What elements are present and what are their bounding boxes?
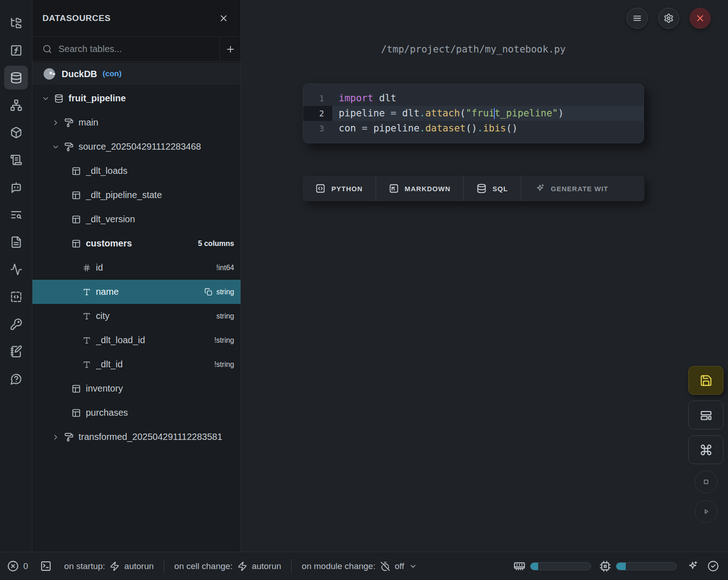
on-cell-change-setting[interactable]: on cell change: autorun xyxy=(174,561,281,571)
on-startup-value: autorun xyxy=(124,561,153,571)
code-line-1[interactable]: 1import dlt xyxy=(303,91,644,106)
error-count: 0 xyxy=(23,561,28,571)
activity-icon xyxy=(10,263,22,276)
check-circle-icon xyxy=(707,560,719,572)
ram-usage-bar xyxy=(530,562,591,570)
tree-row-customers[interactable]: customers5 columns xyxy=(32,231,241,256)
cell-type-label: SQL xyxy=(492,185,508,193)
bot-chat-icon xyxy=(10,181,22,193)
table-icon xyxy=(72,408,81,418)
paint-roller-icon xyxy=(64,142,73,152)
cell-type-button-markdown[interactable]: MARKDOWN xyxy=(376,176,463,201)
table-icon xyxy=(72,215,81,224)
command-palette-button[interactable] xyxy=(688,435,723,464)
layout-icon xyxy=(700,409,712,422)
cell-type-button-python[interactable]: PYTHON xyxy=(303,176,376,201)
close-button[interactable] xyxy=(690,8,711,29)
settings-button[interactable] xyxy=(658,8,679,29)
divider xyxy=(291,559,292,573)
zap-icon xyxy=(110,561,120,571)
tree-row-name[interactable]: namestring xyxy=(32,280,241,304)
rail-item-logs[interactable] xyxy=(4,203,28,226)
connection-row-duckdb[interactable]: DuckDB (con) xyxy=(32,63,241,85)
rail-item-documentation[interactable] xyxy=(4,230,28,254)
add-datasource-button[interactable] xyxy=(220,37,241,61)
tree-row-meta: !string xyxy=(209,361,234,369)
file-path: /tmp/project/path/my_notebook.py xyxy=(303,44,644,55)
rail-item-variables[interactable] xyxy=(4,38,28,62)
table-icon xyxy=(72,167,81,176)
scroll-text-icon xyxy=(10,154,22,166)
rail-item-files[interactable] xyxy=(4,11,28,35)
code-cell-editor[interactable]: 1import dlt2pipeline = dlt.attach("fruit… xyxy=(303,84,644,143)
database-icon xyxy=(477,183,487,193)
tree-label: source_202504291112283468 xyxy=(79,141,201,152)
cell-type-label: MARKDOWN xyxy=(405,185,450,193)
tree-row-_dlt_version[interactable]: _dlt_version xyxy=(32,207,241,231)
rail-item-dependencies[interactable] xyxy=(4,93,28,117)
column-type: 5 columns xyxy=(198,240,234,248)
tree-row-meta: string xyxy=(212,312,234,320)
tree-row-_dlt_load_id[interactable]: _dlt_load_id!string xyxy=(32,328,241,352)
ai-assist-button[interactable] xyxy=(687,560,698,572)
rail-item-help[interactable] xyxy=(4,367,28,391)
rail-item-snippets[interactable] xyxy=(4,285,28,308)
rail-item-secrets[interactable] xyxy=(4,312,28,336)
tree-row-city[interactable]: citystring xyxy=(32,304,241,328)
tree-label: fruit_pipeline xyxy=(68,93,126,104)
on-module-change-dropdown[interactable]: on module change: off xyxy=(302,561,417,571)
tree-row-meta: !string xyxy=(209,336,234,345)
rail-item-datasources[interactable] xyxy=(4,66,28,89)
duckdb-logo xyxy=(42,67,56,81)
box-icon xyxy=(10,126,22,139)
tree-label: purchases xyxy=(86,408,128,418)
column-type: !string xyxy=(214,336,234,345)
settings-icon xyxy=(664,13,674,23)
tree-row-purchases[interactable]: purchases xyxy=(32,401,241,425)
code-line-2[interactable]: 2pipeline = dlt.attach("fruit_pipeline") xyxy=(303,106,644,121)
line-number: 3 xyxy=(303,121,332,136)
search-input[interactable] xyxy=(58,44,220,54)
rail-item-ai-chat[interactable] xyxy=(4,175,28,199)
tree-label: _dlt_id xyxy=(96,359,123,370)
on-cell-change-label: on cell change: xyxy=(174,561,233,571)
menu-icon xyxy=(632,13,642,23)
rail-item-tracing[interactable] xyxy=(4,257,28,281)
rail-item-outline[interactable] xyxy=(4,148,28,172)
tree-row-_dlt_id[interactable]: _dlt_id!string xyxy=(32,352,241,376)
tree-row-main[interactable]: main xyxy=(32,110,241,135)
on-startup-setting[interactable]: on startup: autorun xyxy=(64,561,154,571)
rail-item-packages[interactable] xyxy=(4,120,28,144)
database-icon xyxy=(54,94,63,103)
stop-button[interactable] xyxy=(695,470,718,493)
database-icon xyxy=(10,72,22,84)
save-button[interactable] xyxy=(688,366,723,395)
tree-row-id[interactable]: id!int64 xyxy=(32,256,241,280)
tree-row-_dlt_pipeline_state[interactable]: _dlt_pipeline_state xyxy=(32,183,241,207)
connection-status-button[interactable] xyxy=(707,560,719,572)
terminal-button[interactable] xyxy=(40,560,52,572)
tree-row-inventory[interactable]: inventory xyxy=(32,376,241,401)
code-line-3[interactable]: 3con = pipeline.dataset().ibis() xyxy=(303,121,644,136)
play-icon xyxy=(701,506,712,517)
close-panel-button[interactable] xyxy=(217,11,230,25)
cpu-usage-bar xyxy=(616,562,677,570)
tree-row-meta: 5 columns xyxy=(194,240,234,248)
tree-row-_dlt_loads[interactable]: _dlt_loads xyxy=(32,159,241,183)
run-button[interactable] xyxy=(695,500,718,523)
search-box xyxy=(32,37,220,61)
rail-item-scratchpad[interactable] xyxy=(4,340,28,363)
cell-type-button-generate-with-ai[interactable]: GENERATE WIT xyxy=(521,176,644,201)
snippet-icon xyxy=(10,291,22,303)
line-number: 1 xyxy=(303,91,332,106)
tree-row-transformed_202504291112283581[interactable]: transformed_202504291112283581 xyxy=(32,425,241,449)
tree-row-source_202504291112283468[interactable]: source_202504291112283468 xyxy=(32,135,241,159)
error-count-button[interactable]: 0 xyxy=(7,560,28,572)
menu-button[interactable] xyxy=(627,8,648,29)
cell-type-button-sql[interactable]: SQL xyxy=(463,176,521,201)
code-text: import dlt xyxy=(332,91,644,106)
sparkles-icon xyxy=(687,560,698,572)
tree-row-fruit_pipeline[interactable]: fruit_pipeline xyxy=(32,86,241,110)
on-startup-label: on startup: xyxy=(64,561,105,571)
layout-toggle-button[interactable] xyxy=(688,401,723,429)
